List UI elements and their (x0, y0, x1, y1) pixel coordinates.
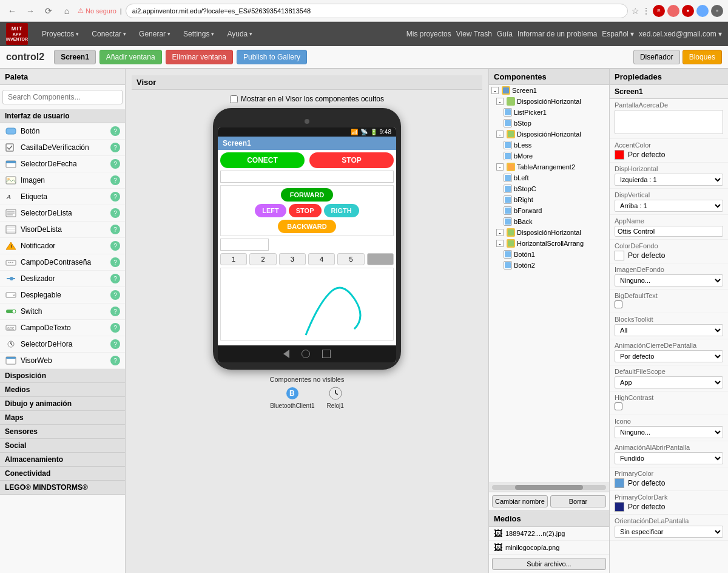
switch-info[interactable]: ? (110, 307, 120, 316)
nav-settings[interactable]: Settings▾ (178, 27, 219, 41)
selectorhora-info[interactable]: ? (110, 339, 120, 349)
forward-button[interactable]: → (23, 4, 38, 18)
collapse-disp-h1[interactable]: - (496, 98, 504, 105)
tree-bright[interactable]: bRight (489, 194, 609, 205)
palette-item-notificador[interactable]: ! Notificador ? (0, 238, 125, 254)
palette-item-fecha[interactable]: SelectorDeFecha ? (0, 156, 125, 172)
imagen-info[interactable]: ? (110, 175, 120, 185)
tree-disp-h3[interactable]: - DisposiciónHorizontal (489, 227, 609, 238)
contrasena-info[interactable]: ? (110, 257, 120, 267)
palette-item-selectorhora[interactable]: SelectorDeHora ? (0, 336, 125, 353)
campotexto-info[interactable]: ? (110, 323, 120, 333)
primarycolordark-swatch[interactable] (615, 502, 624, 512)
tree-disp-h2[interactable]: - DisposiciónHorizontal (489, 129, 609, 140)
tree-listpicker1[interactable]: ListPicker1 (489, 107, 609, 118)
tree-bmore[interactable]: bMore (489, 151, 609, 161)
section-lego[interactable]: LEGO® MINDSTORMS® (0, 481, 125, 495)
address-bar[interactable] (126, 4, 628, 18)
num-btn-2[interactable]: 2 (249, 253, 276, 265)
prop-icono-select[interactable]: Ninguno... (615, 426, 723, 438)
prop-highcontrast-checkbox[interactable] (615, 402, 622, 410)
primarycolor-swatch[interactable] (615, 478, 624, 488)
visorlista-info[interactable]: ? (110, 225, 120, 234)
palette-item-visorlista[interactable]: VisorDeLista ? (0, 222, 125, 238)
show-hidden-checkbox[interactable] (230, 95, 238, 103)
nav-generar[interactable]: Generar▾ (134, 27, 175, 41)
rename-button[interactable]: Cambiar nombre (492, 495, 548, 507)
num-btn-1[interactable]: 1 (220, 253, 247, 265)
forward-button[interactable]: FORWARD (281, 188, 334, 202)
nav-user-email[interactable]: xed.cel.xed@gmail.com ▾ (639, 30, 722, 38)
collapse-table2[interactable]: - (496, 163, 504, 171)
nav-espanol[interactable]: Español ▾ (602, 30, 634, 38)
collapse-screen1[interactable]: - (491, 87, 499, 94)
casilla-info[interactable]: ? (110, 143, 120, 152)
tree-bforward[interactable]: bForward (489, 205, 609, 216)
deslizador-info[interactable]: ? (110, 274, 120, 283)
section-social[interactable]: Social (0, 439, 125, 453)
back-button[interactable]: ← (5, 4, 19, 18)
fecha-info[interactable]: ? (110, 159, 120, 169)
prop-disph-select[interactable]: Izquierda : 1 (615, 174, 723, 186)
visorweb-info[interactable]: ? (110, 356, 120, 365)
palette-item-visorweb[interactable]: VisorWeb ? (0, 353, 125, 369)
prop-filescope-select[interactable]: App (615, 376, 723, 388)
prop-dispv-select[interactable]: Arriba : 1 (615, 200, 723, 212)
left-button[interactable]: LEFT (255, 204, 286, 217)
collapse-hscroll[interactable]: - (496, 240, 504, 247)
prop-animabrir-select[interactable]: Fundido (615, 452, 723, 464)
backward-button[interactable]: BACKWARD (278, 220, 335, 233)
palette-item-etiqueta[interactable]: A Etiqueta ? (0, 189, 125, 205)
conect-button[interactable]: CONECT (220, 152, 305, 168)
stop1-button[interactable]: STOP (309, 152, 394, 168)
notificador-info[interactable]: ? (110, 241, 120, 251)
palette-item-contrasena[interactable]: *** CampoDeContraseña ? (0, 254, 125, 271)
menu-icon[interactable]: ⋮ (642, 6, 650, 16)
star-icon[interactable]: ☆ (632, 6, 639, 16)
nav-proyectos[interactable]: Proyectos▾ (37, 27, 84, 41)
remove-window-button[interactable]: Eliminar ventana (166, 50, 233, 64)
add-window-button[interactable]: Añadir ventana (99, 50, 162, 64)
section-storage[interactable]: Almacenamiento (0, 453, 125, 467)
desplegable-info[interactable]: ? (110, 290, 120, 300)
prop-orientacion-select[interactable]: Sin especificar (615, 526, 723, 538)
collapse-disp-h3[interactable]: - (496, 229, 504, 236)
section-connectivity[interactable]: Conectividad (0, 467, 125, 481)
prop-pantalla-input[interactable] (615, 110, 723, 134)
colorfondo-swatch[interactable] (615, 251, 624, 260)
tree-bstop[interactable]: bStop (489, 118, 609, 129)
blocks-button[interactable]: Bloques (682, 50, 722, 64)
palette-item-selectorlista[interactable]: SelectorDeLista ? (0, 205, 125, 222)
tree-table2[interactable]: - TableArrangement2 (489, 161, 609, 172)
designer-button[interactable]: Diseñador (633, 50, 680, 64)
prop-imagenfondo-select[interactable]: Ninguno... (615, 274, 723, 286)
palette-item-desplegable[interactable]: Desplegable ? (0, 287, 125, 303)
section-medios[interactable]: Medios (0, 383, 125, 397)
refresh-button[interactable]: ⟳ (41, 4, 56, 18)
collapse-disp-h2[interactable]: - (496, 131, 504, 138)
tree-screen1[interactable]: - Screen1 (489, 85, 609, 96)
section-drawing[interactable]: Dibujo y animación (0, 397, 125, 411)
publish-button[interactable]: Publish to Gallery (237, 50, 307, 64)
selectorlista-info[interactable]: ? (110, 208, 120, 218)
prop-bigtext-checkbox[interactable] (615, 300, 622, 308)
home-button[interactable]: ⌂ (59, 4, 74, 18)
tree-bleft[interactable]: bLeft (489, 172, 609, 183)
delete-button[interactable]: Borrar (550, 495, 606, 507)
nav-ayuda[interactable]: Ayuda▾ (222, 27, 257, 41)
speed-input[interactable] (221, 171, 393, 182)
etiqueta-info[interactable]: ? (110, 192, 120, 202)
tree-hscroll[interactable]: - HorizontalScrollArrang (489, 238, 609, 249)
nav-view-trash[interactable]: View Trash (456, 30, 492, 38)
palette-item-boton[interactable]: Botón ? (0, 123, 125, 140)
num-btn-3[interactable]: 3 (279, 253, 306, 265)
palette-item-campotexto[interactable]: abc CampoDeTexto ? (0, 320, 125, 336)
section-user-interface[interactable]: Interfaz de usuario (0, 109, 125, 123)
tree-bless[interactable]: bLess (489, 140, 609, 151)
num-btn-more[interactable] (367, 253, 394, 265)
tree-boton2[interactable]: Botón2 (489, 260, 609, 271)
section-maps[interactable]: Maps (0, 411, 125, 425)
screen-tab[interactable]: Screen1 (54, 50, 96, 64)
search-input[interactable] (2, 90, 123, 104)
tree-bstopc[interactable]: bStopC (489, 183, 609, 194)
